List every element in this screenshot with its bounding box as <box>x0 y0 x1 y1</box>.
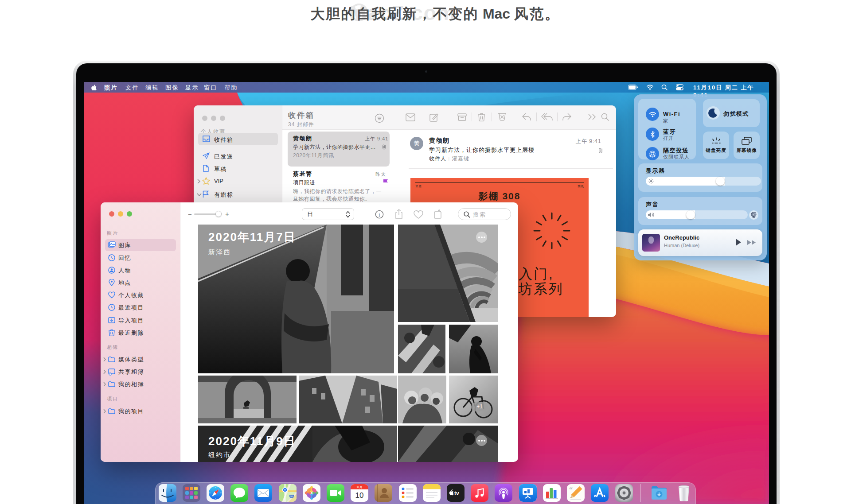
svg-text:11月: 11月 <box>356 485 362 489</box>
svg-text:“: “ <box>569 486 573 493</box>
svg-text:10: 10 <box>355 491 364 500</box>
svg-text:i: i <box>379 212 380 218</box>
svg-text:280: 280 <box>290 496 293 498</box>
svg-text:tv: tv <box>454 490 459 496</box>
